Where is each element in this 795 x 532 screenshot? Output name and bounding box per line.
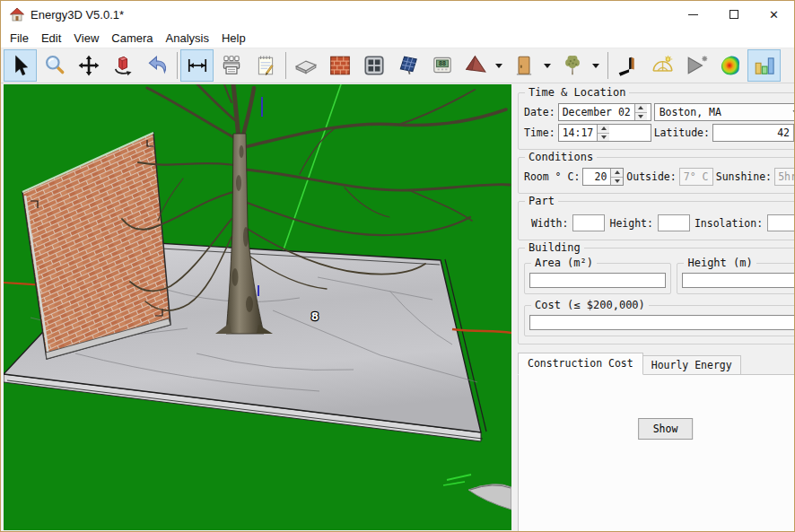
minimize-icon [688, 14, 698, 15]
door-dropdown-icon[interactable] [544, 64, 551, 68]
heatmap-button[interactable] [713, 49, 747, 82]
latitude-value[interactable]: 42 [713, 125, 793, 141]
show-button[interactable]: Show [638, 418, 694, 440]
zoom-tool-button[interactable] [38, 49, 71, 82]
room-spin-down[interactable] [611, 178, 623, 186]
room-temp-value[interactable]: 20 [583, 169, 610, 185]
part-height-label: Height: [609, 217, 652, 230]
part-title: Part [525, 195, 558, 207]
door-tool-button[interactable] [508, 49, 555, 82]
sun-dome-icon [651, 54, 674, 77]
viewport-3d[interactable]: 8 [4, 84, 511, 530]
menu-camera[interactable]: Camera [105, 30, 159, 47]
building-cost-subgroup: Cost (≤ $200,000) [524, 305, 795, 336]
tree-dropdown-icon[interactable] [592, 64, 599, 68]
building-cost-label: Cost (≤ $200,000) [531, 299, 649, 311]
time-value[interactable]: 14:17 [559, 125, 598, 141]
latitude-spinner[interactable]: 42 [712, 124, 795, 142]
date-value[interactable]: December 02 [559, 104, 634, 120]
part-width-label: Width: [531, 217, 569, 230]
menu-file[interactable]: File [4, 30, 35, 47]
roof-tool-button[interactable] [459, 49, 507, 82]
roof-dropdown-icon[interactable] [495, 64, 502, 68]
rotate-tool-button[interactable] [106, 49, 139, 82]
window-tool-button[interactable] [357, 49, 390, 82]
menu-edit[interactable]: Edit [35, 30, 67, 47]
toolbar-separator [177, 52, 178, 79]
date-spin-down[interactable] [635, 113, 647, 121]
building-area-subgroup: Area (m²) [524, 263, 671, 294]
window-title: Energy3D V5.0.1* [31, 8, 124, 22]
time-location-title: Time & Location [525, 86, 629, 99]
building-height-subgroup: Height (m) [677, 263, 795, 294]
building-height-field [682, 273, 795, 288]
date-spin-up[interactable] [635, 104, 647, 113]
wall-tool-button[interactable] [323, 49, 356, 82]
date-spinner[interactable]: December 02 [558, 103, 651, 121]
title-bar: Energy3D V5.0.1* ✕ [1, 1, 794, 28]
app-house-icon [9, 6, 25, 22]
building-cost-field [529, 315, 795, 330]
magnifier-icon [43, 54, 66, 77]
undo-arrow-icon [145, 54, 169, 77]
part-width-field [572, 214, 605, 231]
building-area-field [529, 273, 666, 288]
time-spin-down[interactable] [598, 134, 609, 142]
bar-chart-icon [753, 54, 776, 77]
printer-icon [220, 54, 243, 77]
roof-pyramid-icon [464, 54, 487, 77]
tab-hourly-energy[interactable]: Hourly Energy [643, 355, 741, 375]
maximize-button[interactable] [713, 1, 754, 28]
tree-height-label: 8 [311, 310, 319, 323]
building-title: Building [525, 241, 584, 254]
sensor-tool-button[interactable]: 88 [425, 49, 459, 82]
wall-corner-icon [616, 54, 640, 77]
main-area: 8 Time & Location Date: December 02 [2, 83, 793, 530]
shadow-tool-button[interactable] [611, 49, 644, 82]
print-button[interactable] [214, 49, 248, 82]
sun-path-button[interactable] [645, 49, 678, 82]
part-insolation-field [767, 214, 795, 231]
room-temp-spinner[interactable]: 20 [582, 168, 624, 186]
measure-tool-button[interactable] [180, 49, 214, 82]
pan-tool-button[interactable] [72, 49, 105, 82]
outside-temp-label: Outside: [626, 170, 676, 183]
conditions-title: Conditions [525, 151, 597, 163]
solar-panel-icon [397, 54, 420, 77]
notepad-icon [254, 54, 277, 77]
part-insolation-label: Insolation: [695, 217, 763, 230]
bottom-tabs: Construction Cost Hourly Energy [518, 353, 795, 375]
time-spinner[interactable]: 14:17 [558, 124, 651, 142]
toolbar: 88 [1, 48, 794, 83]
annotation-button[interactable] [249, 49, 282, 82]
time-spin-up[interactable] [598, 125, 609, 134]
svg-text:88: 88 [439, 60, 446, 66]
undo-button[interactable] [140, 49, 173, 82]
close-button[interactable]: ✕ [754, 1, 794, 28]
app-window: Energy3D V5.0.1* ✕ File Edit View Camera… [0, 0, 795, 532]
part-height-field [658, 214, 690, 231]
building-group: Building Area (m²) Height (m) Cost (≤ $2… [518, 248, 795, 344]
close-icon: ✕ [769, 9, 779, 21]
room-spin-up[interactable] [611, 169, 623, 178]
select-cursor-icon [9, 54, 32, 77]
menu-analysis[interactable]: Analysis [160, 30, 215, 47]
toolbar-separator [285, 52, 286, 79]
tree-icon [561, 54, 584, 77]
sunshine-label: Sunshine: [716, 170, 772, 183]
menu-bar: File Edit View Camera Analysis Help [1, 28, 794, 48]
city-select[interactable]: Boston, MA [654, 103, 795, 121]
tab-content-pane: Show [518, 374, 795, 532]
minimize-button[interactable] [673, 1, 713, 28]
conditions-group: Conditions Room ° C: 20 Outside: 7° C Su… [518, 157, 795, 194]
solar-panel-tool-button[interactable] [391, 49, 424, 82]
brick-wall-icon [328, 54, 352, 77]
tree-tool-button[interactable] [556, 49, 604, 82]
tab-construction-cost[interactable]: Construction Cost [518, 353, 643, 375]
energy-graph-button[interactable] [747, 49, 781, 82]
select-tool-button[interactable] [4, 49, 37, 82]
foundation-tool-button[interactable] [289, 49, 322, 82]
menu-view[interactable]: View [67, 30, 105, 47]
animate-sun-button[interactable] [679, 49, 712, 82]
menu-help[interactable]: Help [215, 30, 252, 47]
